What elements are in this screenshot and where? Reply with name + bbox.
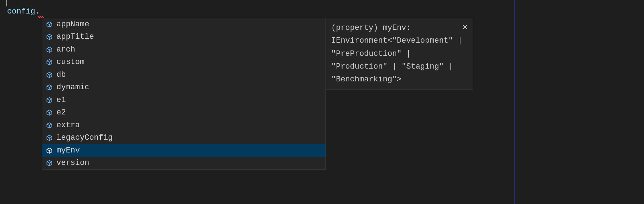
text-cursor	[6, 0, 7, 6]
suggest-item-label: myEnv	[56, 147, 80, 155]
property-icon	[46, 109, 53, 116]
suggest-item-label: version	[56, 159, 89, 167]
suggest-item-extra[interactable]: extra	[42, 119, 326, 132]
suggest-item-legacyConfig[interactable]: legacyConfig	[42, 132, 326, 145]
intellisense-suggest-widget[interactable]: appName appTitle arch custom db dynamic …	[42, 18, 326, 170]
property-icon	[46, 147, 53, 154]
property-icon	[46, 33, 53, 41]
property-icon	[46, 84, 53, 91]
suggest-item-arch[interactable]: arch	[42, 43, 326, 56]
suggest-item-custom[interactable]: custom	[42, 56, 326, 69]
suggest-item-label: legacyConfig	[56, 134, 113, 142]
code-line[interactable]: config .	[7, 7, 40, 16]
property-icon	[46, 160, 53, 167]
suggest-item-label: e1	[56, 96, 66, 104]
property-icon	[46, 71, 53, 79]
suggest-item-label: extra	[56, 122, 80, 129]
suggest-item-label: appTitle	[56, 33, 94, 41]
code-token-object: config	[7, 7, 35, 16]
property-icon	[46, 46, 53, 53]
suggest-item-label: e2	[56, 109, 66, 117]
property-icon	[46, 122, 53, 129]
suggest-item-label: arch	[56, 46, 75, 54]
suggest-item-label: appName	[56, 21, 89, 28]
suggest-item-label: db	[56, 71, 66, 79]
suggest-item-appTitle[interactable]: appTitle	[42, 31, 326, 44]
suggest-item-dynamic[interactable]: dynamic	[42, 81, 326, 94]
intellisense-details-widget: (property) myEnv: IEnvironment<"Developm…	[326, 18, 473, 90]
details-text: (property) myEnv: IEnvironment<"Developm…	[331, 23, 463, 84]
suggest-item-e2[interactable]: e2	[42, 107, 326, 119]
property-icon	[46, 134, 53, 141]
suggest-item-myEnv[interactable]: myEnv	[42, 144, 326, 157]
suggest-item-label: dynamic	[56, 84, 89, 91]
suggest-item-e1[interactable]: e1	[42, 94, 326, 107]
editor-ruler	[514, 0, 515, 204]
suggest-item-db[interactable]: db	[42, 69, 326, 81]
suggest-item-version[interactable]: version	[42, 157, 326, 170]
property-icon	[46, 59, 53, 66]
property-icon	[46, 21, 53, 28]
code-token-punct: .	[35, 7, 40, 16]
suggest-item-appName[interactable]: appName	[42, 18, 326, 31]
suggest-item-label: custom	[56, 58, 84, 66]
property-icon	[46, 97, 53, 104]
close-icon[interactable]	[462, 22, 469, 29]
